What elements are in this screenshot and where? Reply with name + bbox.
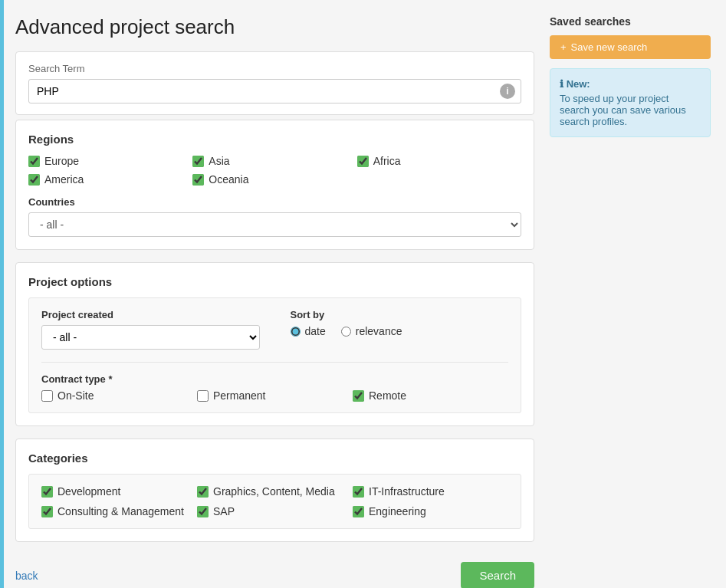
sort-by-col: Sort by date relevance [291, 309, 509, 337]
contract-permanent[interactable]: Permanent [197, 389, 353, 402]
countries-select[interactable]: - all - [28, 212, 521, 237]
category-graphics-label: Graphics, Content, Media [213, 485, 335, 498]
category-sap[interactable]: SAP [197, 505, 353, 517]
contract-remote[interactable]: Remote [353, 389, 508, 402]
region-oceania-checkbox[interactable] [192, 174, 204, 186]
categories-section: Categories Development Graphics, Content… [15, 439, 534, 542]
region-asia-label: Asia [209, 155, 229, 167]
contract-remote-label: Remote [369, 389, 406, 402]
project-options-inner: Project created - all - Sort by date [28, 297, 521, 413]
left-accent-bar [0, 0, 4, 588]
info-icon[interactable]: i [500, 84, 515, 99]
info-box: ℹ New: To speed up your project search y… [550, 68, 711, 137]
info-box-title: ℹ New: [560, 78, 701, 90]
region-europe-checkbox[interactable] [28, 156, 40, 167]
sidebar: Saved searches + Save new search ℹ New: … [550, 15, 711, 588]
project-created-label: Project created [41, 309, 260, 320]
region-oceania[interactable]: Oceania [192, 173, 356, 186]
category-development-label: Development [57, 485, 121, 498]
search-term-label: Search Term [28, 63, 521, 74]
contract-permanent-checkbox[interactable] [197, 390, 209, 402]
region-america[interactable]: America [28, 173, 192, 186]
project-options-heading: Project options [28, 275, 521, 288]
back-link[interactable]: back [15, 570, 38, 582]
category-it-infrastructure[interactable]: IT-Infrastructure [353, 485, 508, 498]
category-consulting[interactable]: Consulting & Management [41, 505, 197, 517]
sort-options: date relevance [291, 325, 509, 337]
saved-searches-title: Saved searches [550, 15, 711, 28]
footer-row: back Search [15, 554, 534, 588]
region-oceania-label: Oceania [209, 173, 248, 186]
sort-date[interactable]: date [291, 325, 326, 337]
region-africa[interactable]: Africa [357, 155, 521, 167]
category-graphics[interactable]: Graphics, Content, Media [197, 485, 353, 498]
region-africa-checkbox[interactable] [357, 156, 369, 167]
category-engineering[interactable]: Engineering [353, 505, 508, 517]
sort-date-label: date [305, 325, 326, 337]
contract-divider [41, 362, 508, 363]
main-content: Advanced project search Search Term i Re… [15, 15, 534, 588]
page-title: Advanced project search [15, 15, 534, 39]
contract-type-grid: On-Site Permanent Remote [41, 389, 508, 402]
category-it-infrastructure-label: IT-Infrastructure [369, 485, 445, 498]
region-asia-checkbox[interactable] [192, 156, 204, 167]
contract-onsite[interactable]: On-Site [41, 389, 197, 402]
region-america-checkbox[interactable] [28, 174, 40, 186]
regions-grid: Europe Asia Africa America Oceania [28, 155, 521, 186]
search-button[interactable]: Search [461, 562, 534, 588]
sort-date-radio[interactable] [291, 327, 301, 337]
project-created-select[interactable]: - all - [41, 325, 260, 350]
contract-onsite-checkbox[interactable] [41, 390, 53, 402]
categories-grid: Development Graphics, Content, Media IT-… [41, 485, 508, 517]
category-development[interactable]: Development [41, 485, 197, 498]
categories-inner: Development Graphics, Content, Media IT-… [28, 474, 521, 529]
category-sap-label: SAP [213, 505, 235, 517]
sort-relevance[interactable]: relevance [341, 325, 402, 337]
project-options-section: Project options Project created - all - … [15, 262, 534, 426]
save-new-search-button[interactable]: + Save new search [550, 35, 711, 59]
category-development-checkbox[interactable] [41, 486, 53, 498]
save-new-search-label: Save new search [571, 41, 648, 53]
category-graphics-checkbox[interactable] [197, 486, 209, 498]
search-term-section: Search Term i [15, 51, 534, 115]
region-africa-label: Africa [373, 155, 401, 167]
category-it-infrastructure-checkbox[interactable] [353, 486, 364, 498]
category-engineering-checkbox[interactable] [353, 506, 364, 517]
regions-heading: Regions [28, 133, 521, 146]
project-created-col: Project created - all - [41, 309, 260, 350]
contract-onsite-label: On-Site [57, 389, 94, 402]
info-box-icon: ℹ [560, 78, 567, 90]
category-consulting-label: Consulting & Management [57, 505, 184, 517]
category-consulting-checkbox[interactable] [41, 506, 53, 517]
categories-heading: Categories [28, 452, 521, 465]
regions-section: Regions Europe Asia Africa America [15, 120, 534, 250]
countries-label: Countries [28, 196, 521, 208]
region-europe-label: Europe [44, 155, 79, 167]
search-input-wrapper: i [28, 79, 521, 103]
sort-relevance-label: relevance [356, 325, 402, 337]
contract-remote-checkbox[interactable] [353, 390, 364, 402]
sort-relevance-radio[interactable] [341, 327, 351, 337]
category-engineering-label: Engineering [369, 505, 426, 517]
sort-by-label: Sort by [291, 309, 509, 320]
region-america-label: America [44, 173, 84, 186]
category-sap-checkbox[interactable] [197, 506, 209, 517]
info-box-text: To speed up your project search you can … [560, 93, 701, 127]
region-asia[interactable]: Asia [192, 155, 356, 167]
region-europe[interactable]: Europe [28, 155, 192, 167]
contract-type-label: Contract type * [41, 373, 508, 385]
search-input[interactable] [28, 79, 521, 103]
project-created-row: Project created - all - Sort by date [41, 309, 508, 350]
contract-permanent-label: Permanent [213, 389, 265, 402]
plus-icon: + [560, 41, 567, 53]
